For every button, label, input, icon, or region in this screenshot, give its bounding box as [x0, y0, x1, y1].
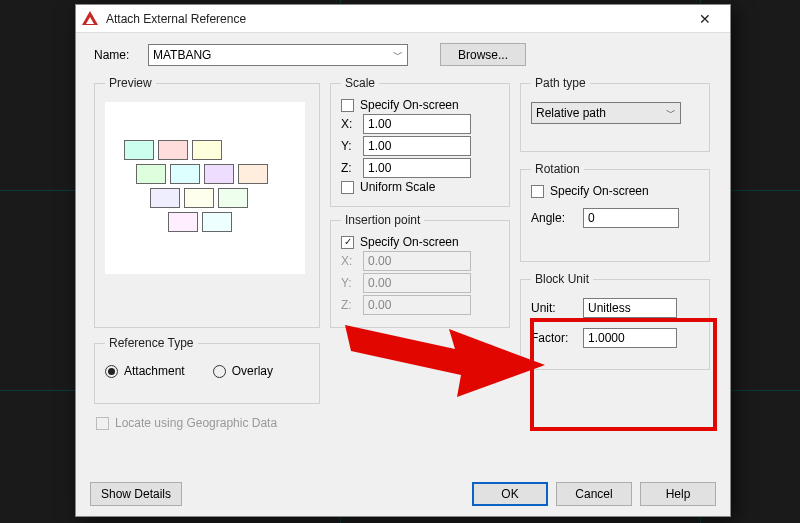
- insertion-legend: Insertion point: [341, 213, 424, 227]
- insertion-x-input: 0.00: [363, 251, 471, 271]
- titlebar: Attach External Reference ✕: [76, 5, 730, 33]
- rotation-specify-label: Specify On-screen: [550, 184, 649, 198]
- rotation-group: Rotation Specify On-screen Angle: 0: [520, 162, 710, 262]
- reference-type-legend: Reference Type: [105, 336, 198, 350]
- insertion-y-label: Y:: [341, 276, 355, 290]
- insertion-y-input: 0.00: [363, 273, 471, 293]
- scale-specify-label: Specify On-screen: [360, 98, 459, 112]
- window-title: Attach External Reference: [106, 12, 688, 26]
- factor-value: 1.0000: [588, 331, 625, 345]
- bottom-bar: Show Details OK Cancel Help: [90, 482, 716, 506]
- unit-field: Unitless: [583, 298, 677, 318]
- unit-value: Unitless: [588, 301, 631, 315]
- browse-button-label: Browse...: [458, 48, 508, 62]
- scale-z-input[interactable]: 1.00: [363, 158, 471, 178]
- chevron-down-icon: ﹀: [393, 48, 403, 62]
- reference-type-group: Reference Type Attachment Overlay: [94, 336, 320, 404]
- uniform-scale-checkbox[interactable]: Uniform Scale: [341, 180, 499, 194]
- path-type-select[interactable]: Relative path ﹀: [531, 102, 681, 124]
- name-label: Name:: [94, 48, 138, 62]
- help-button[interactable]: Help: [640, 482, 716, 506]
- scale-legend: Scale: [341, 76, 379, 90]
- block-unit-legend: Block Unit: [531, 272, 593, 286]
- factor-field: 1.0000: [583, 328, 677, 348]
- close-button[interactable]: ✕: [688, 8, 722, 30]
- scale-x-value: 1.00: [368, 117, 391, 131]
- middle-column: Scale Specify On-screen X: 1.00 Y: 1.00 …: [330, 76, 510, 432]
- attachment-radio[interactable]: Attachment: [105, 364, 185, 378]
- scale-z-label: Z:: [341, 161, 355, 175]
- dialog-body: Name: MATBANG ﹀ Browse... Preview: [76, 33, 730, 516]
- scale-y-input[interactable]: 1.00: [363, 136, 471, 156]
- scale-x-label: X:: [341, 117, 355, 131]
- path-type-group: Path type Relative path ﹀: [520, 76, 710, 152]
- path-type-legend: Path type: [531, 76, 590, 90]
- browse-button[interactable]: Browse...: [440, 43, 526, 66]
- checkbox-icon: [96, 417, 109, 430]
- cancel-button[interactable]: Cancel: [556, 482, 632, 506]
- help-label: Help: [666, 487, 691, 501]
- checkbox-icon: [341, 99, 354, 112]
- ok-label: OK: [501, 487, 518, 501]
- uniform-scale-label: Uniform Scale: [360, 180, 435, 194]
- insertion-point-group: Insertion point Specify On-screen X: 0.0…: [330, 213, 510, 328]
- attach-xref-dialog: Attach External Reference ✕ Name: MATBAN…: [75, 4, 731, 517]
- name-select-value: MATBANG: [153, 48, 211, 62]
- rotation-specify-checkbox[interactable]: Specify On-screen: [531, 184, 699, 198]
- angle-value: 0: [588, 211, 595, 225]
- scale-y-value: 1.00: [368, 139, 391, 153]
- preview-legend: Preview: [105, 76, 156, 90]
- insertion-specify-checkbox[interactable]: Specify On-screen: [341, 235, 499, 249]
- scale-group: Scale Specify On-screen X: 1.00 Y: 1.00 …: [330, 76, 510, 207]
- cancel-label: Cancel: [575, 487, 612, 501]
- attachment-radio-label: Attachment: [124, 364, 185, 378]
- close-icon: ✕: [699, 11, 711, 27]
- chevron-down-icon: ﹀: [666, 106, 676, 120]
- angle-label: Angle:: [531, 211, 575, 225]
- name-row: Name: MATBANG ﹀ Browse...: [94, 43, 716, 66]
- path-type-value: Relative path: [536, 106, 606, 120]
- ok-button[interactable]: OK: [472, 482, 548, 506]
- insertion-specify-label: Specify On-screen: [360, 235, 459, 249]
- radio-icon: [213, 365, 226, 378]
- insertion-z-value: 0.00: [368, 298, 391, 312]
- scale-specify-checkbox[interactable]: Specify On-screen: [341, 98, 499, 112]
- unit-label: Unit:: [531, 301, 575, 315]
- insertion-x-label: X:: [341, 254, 355, 268]
- angle-input[interactable]: 0: [583, 208, 679, 228]
- show-details-label: Show Details: [101, 487, 171, 501]
- insertion-z-label: Z:: [341, 298, 355, 312]
- checkbox-icon: [341, 236, 354, 249]
- checkbox-icon: [531, 185, 544, 198]
- factor-label: Factor:: [531, 331, 575, 345]
- insertion-z-input: 0.00: [363, 295, 471, 315]
- locate-geographic-label: Locate using Geographic Data: [115, 416, 277, 430]
- locate-geographic-checkbox: Locate using Geographic Data: [96, 416, 320, 430]
- scale-z-value: 1.00: [368, 161, 391, 175]
- preview-group: Preview: [94, 76, 320, 328]
- overlay-radio[interactable]: Overlay: [213, 364, 273, 378]
- radio-icon: [105, 365, 118, 378]
- left-column: Preview Reference Type: [94, 76, 320, 432]
- scale-y-label: Y:: [341, 139, 355, 153]
- columns: Preview Reference Type: [94, 76, 716, 432]
- show-details-button[interactable]: Show Details: [90, 482, 182, 506]
- insertion-x-value: 0.00: [368, 254, 391, 268]
- rotation-legend: Rotation: [531, 162, 584, 176]
- insertion-y-value: 0.00: [368, 276, 391, 290]
- block-unit-group: Block Unit Unit: Unitless Factor: 1.0000: [520, 272, 710, 370]
- overlay-radio-label: Overlay: [232, 364, 273, 378]
- scale-x-input[interactable]: 1.00: [363, 114, 471, 134]
- name-select[interactable]: MATBANG ﹀: [148, 44, 408, 66]
- preview-thumbnail: [105, 102, 305, 274]
- checkbox-icon: [341, 181, 354, 194]
- right-column: Path type Relative path ﹀ Rotation Speci…: [520, 76, 710, 432]
- autocad-logo-icon: [82, 11, 98, 27]
